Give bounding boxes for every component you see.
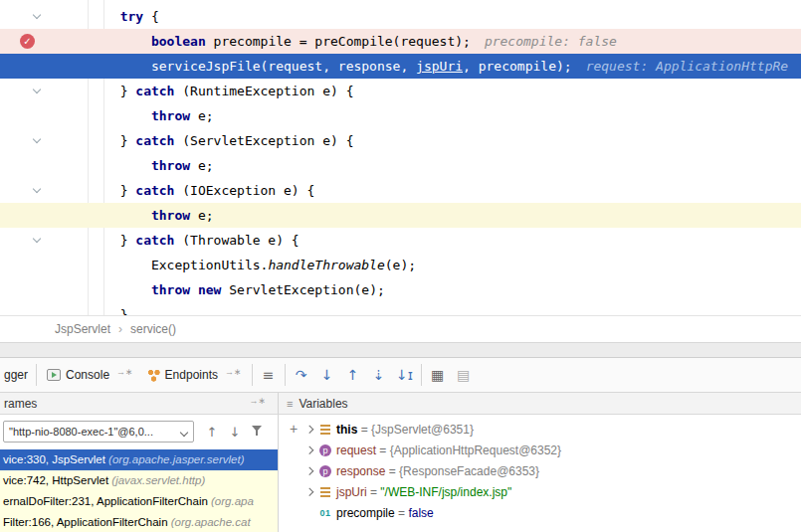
code-line[interactable]: } [0,302,801,315]
code-text: serviceJspFile(request, response, jspUri… [104,59,788,74]
variable-row[interactable]: jspUri = "/WEB-INF/jsp/index.jsp" [301,481,801,502]
stack-frame-row[interactable]: Filter:166, ApplicationFilterChain (org.… [0,512,278,532]
frame-package: (org.apa [211,495,254,507]
panel-headers: rames →∗ ≡ Variables [0,393,801,415]
filter-frames-icon[interactable] [252,426,264,438]
thread-selector-dropdown[interactable]: "http-nio-8080-exec-1"@6,0... [3,421,194,443]
layout-settings-icon[interactable]: ▤ [451,363,477,387]
fold-chevron-icon[interactable] [34,12,44,22]
variable-row[interactable]: prequest = {ApplicationHttpRequest@6352} [301,440,801,460]
code-text: boolean precompile = preCompile(request)… [104,34,617,49]
variable-value: {ResponseFacade@6353} [399,464,539,478]
fold-chevron-icon[interactable] [34,186,44,196]
tab-debugger-partial[interactable]: gger [2,358,33,392]
toolbar-separator [285,364,286,386]
chevron-down-icon [180,429,188,437]
breadcrumb: JspServlet › service() [0,315,801,343]
tool-window-tabs: Console→∗Endpoints→∗ [40,358,249,392]
code-line[interactable]: throw e; [0,153,801,178]
variable-row[interactable]: presponse = {ResponseFacade@6353} [301,460,801,481]
code-line[interactable]: } catch (ServletException e) { [0,128,801,153]
breadcrumb-class[interactable]: JspServlet [55,322,110,336]
variable-name: precompile [336,506,395,520]
debugger-toolbar: gger Console→∗Endpoints→∗ ≡↷↓↑⇣↓ɪ▦▤ [0,358,801,393]
variable-name: request [336,443,376,457]
fold-chevron-icon[interactable] [34,136,44,146]
stack-frame-row[interactable]: vice:742, HttpServlet (javax.servlet.htt… [0,470,278,491]
force-step-into-icon[interactable]: ⇣ [366,363,392,387]
tab-hint: →∗ [225,367,242,377]
frames-header-label: rames [4,397,37,411]
expand-chevron-icon[interactable] [301,489,317,495]
code-line[interactable]: try { [0,4,801,29]
code-line[interactable]: throw e; [0,103,801,128]
tab-endpoints[interactable]: Endpoints→∗ [140,358,249,392]
param-icon: p [319,444,331,456]
fold-chevron-icon[interactable] [34,236,44,246]
step-out-icon[interactable]: ↑ [340,363,366,387]
code-line[interactable]: throw e; [0,203,801,228]
code-line[interactable]: } catch (Throwable e) { [0,228,801,253]
variables-options-icon[interactable]: ≡ [287,398,293,410]
table-view-icon[interactable]: ▦ [425,363,451,387]
code-area[interactable]: try {✓ boolean precompile = preCompile(r… [0,0,801,315]
equals-sign: = [357,423,371,437]
breakpoint-icon[interactable]: ✓ [20,34,35,49]
variable-row[interactable]: this = {JspServlet@6351} [301,419,801,440]
intellij-debugger-window: try {✓ boolean precompile = preCompile(r… [0,0,801,532]
variable-value: "/WEB-INF/jsp/index.jsp" [380,485,511,499]
code-line[interactable]: throw new ServletException(e); [0,277,801,302]
breadcrumb-method[interactable]: service() [130,322,176,336]
breadcrumb-separator-icon: › [118,322,122,336]
mute-renderers-icon[interactable]: ≡ [256,363,282,387]
code-text: } catch (Throwable e) { [104,233,300,248]
step-over-icon[interactable]: ↷ [289,363,314,387]
code-editor[interactable]: try {✓ boolean precompile = preCompile(r… [0,0,801,315]
previous-frame-button[interactable]: ↑ [202,423,222,443]
code-line[interactable]: ExceptionUtils.handleThrowable(e); [0,253,801,277]
run-to-cursor-icon[interactable]: ↓ɪ [392,363,418,387]
expand-chevron-icon[interactable] [301,468,317,474]
tab-console[interactable]: Console→∗ [40,358,140,392]
code-text: throw e; [104,108,214,123]
debugger-inline-hint: precompile: false [485,34,617,49]
code-line[interactable]: } catch (RuntimeException e) { [0,79,801,103]
variable-type-icon: 01 [317,508,333,518]
toolbar-separator [36,364,37,386]
code-text: } [104,307,127,315]
debugger-inline-hint: request: ApplicationHttpRe [586,59,789,74]
value-icon [320,487,330,497]
code-text: throw new ServletException(e); [104,282,385,297]
variables-panel-header: ≡ Variables [279,393,801,414]
next-frame-button[interactable]: ↓ [225,423,245,443]
param-icon: p [319,465,331,477]
variables-tree: this = {JspServlet@6351}prequest = {Appl… [301,419,801,523]
endpoints-icon [147,369,160,382]
tab-hint: →∗ [116,367,133,377]
console-icon [47,369,61,381]
step-into-icon[interactable]: ↓ [314,363,340,387]
toolbar-separator [252,364,253,386]
frame-package: (org.apache.jasper.servlet) [108,453,244,465]
stack-frame-row[interactable]: vice:330, JspServlet (org.apache.jasper.… [0,449,278,470]
code-line[interactable]: ✓ boolean precompile = preCompile(reques… [0,29,801,54]
variable-name: response [336,464,385,478]
equals-sign: = [385,464,399,478]
horizontal-splitter[interactable] [0,343,801,358]
variable-type-icon: p [317,465,333,477]
tab-label: Endpoints [165,368,218,382]
tab-label: gger [4,368,28,382]
tab-label: Console [66,368,109,382]
stack-frame-row[interactable]: ernalDoFilter:231, ApplicationFilterChai… [0,491,278,512]
frames-header-hint: →∗ [249,396,266,406]
fold-chevron-icon[interactable] [34,87,44,96]
new-watch-button[interactable]: + [286,421,301,437]
variable-row[interactable]: 01precompile = false [301,502,801,523]
code-line[interactable]: } catch (IOException e) { [0,178,801,203]
code-line[interactable]: serviceJspFile(request, response, jspUri… [0,54,801,79]
variable-type-icon [317,425,333,435]
expand-chevron-icon[interactable] [301,427,317,433]
variable-type-icon: p [317,444,333,456]
expand-chevron-icon[interactable] [301,447,317,453]
frame-package: (org.apache.cat [171,516,251,528]
